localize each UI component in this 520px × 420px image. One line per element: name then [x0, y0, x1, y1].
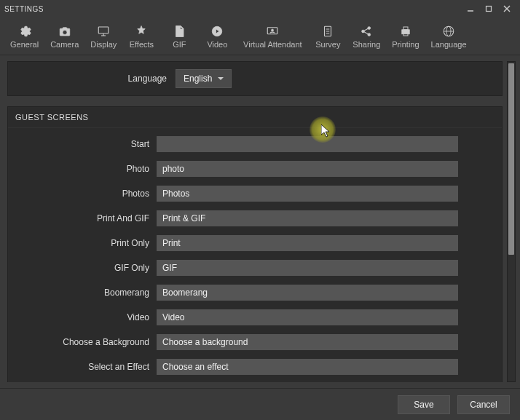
display-icon [96, 24, 111, 39]
tab-label: Sharing [352, 40, 380, 49]
form-row: Select an Effect [8, 357, 502, 377]
tab-general[interactable]: General [4, 17, 44, 55]
language-select[interactable]: English [176, 69, 232, 88]
tab-label: GIF [173, 40, 186, 49]
tab-label: Display [90, 40, 117, 49]
form-row: Print [8, 381, 502, 382]
tab-label: Survey [315, 40, 340, 49]
content-scroll: Language English GUEST SCREENS StartPhot… [7, 61, 503, 382]
tab-survey[interactable]: Survey [309, 17, 347, 55]
form-row: Print And GIF [8, 208, 502, 229]
form-row: Photos [8, 183, 502, 204]
svg-point-16 [368, 26, 371, 29]
tab-language[interactable]: Language [425, 17, 473, 55]
effects-icon [134, 24, 149, 39]
svg-point-10 [272, 29, 274, 31]
tab-printing[interactable]: Printing [386, 17, 425, 55]
field-label: Video [8, 312, 157, 322]
field-label: Boomerang [8, 288, 157, 298]
tab-sharing[interactable]: Sharing [347, 17, 386, 55]
svg-line-18 [364, 28, 368, 31]
minimize-button[interactable] [462, 2, 479, 15]
field-input[interactable] [157, 161, 458, 177]
guest-screens-header: GUEST SCREENS [8, 107, 502, 128]
svg-line-19 [364, 31, 368, 33]
sharing-icon [359, 24, 374, 39]
titlebar: SETTINGS [0, 0, 520, 17]
camera-icon [58, 24, 72, 39]
toolbar: General Camera Display Effects GIF Video [0, 17, 520, 55]
window-controls [462, 2, 516, 15]
gear-icon [17, 24, 32, 39]
cancel-button[interactable]: Cancel [457, 395, 510, 414]
tab-label: Effects [130, 40, 154, 49]
svg-rect-4 [99, 27, 109, 33]
tab-effects[interactable]: Effects [122, 17, 160, 55]
language-selected-value: English [184, 74, 212, 84]
svg-point-15 [362, 30, 365, 33]
maximize-icon [485, 5, 492, 12]
svg-point-17 [368, 33, 371, 36]
field-label: GIF Only [8, 263, 157, 273]
printing-icon [398, 24, 413, 39]
globe-icon [441, 24, 456, 39]
svg-rect-20 [402, 29, 410, 33]
tab-virtual-attendant[interactable]: Virtual Attendant [236, 17, 309, 55]
field-label: Select an Effect [8, 362, 157, 372]
tab-label: Camera [50, 40, 79, 49]
field-label: Photo [8, 164, 157, 174]
field-label: Start [8, 139, 157, 149]
tab-label: Printing [392, 40, 419, 49]
form-row: Video [8, 307, 502, 328]
gif-icon [172, 24, 186, 39]
tab-label: General [10, 40, 39, 49]
field-input[interactable] [157, 235, 458, 251]
scrollbar[interactable] [507, 61, 516, 382]
window-title: SETTINGS [4, 5, 44, 13]
scrollbar-thumb[interactable] [508, 63, 514, 255]
field-label: Photos [8, 189, 157, 199]
language-label: Language [8, 74, 176, 84]
guest-screens-panel: GUEST SCREENS StartPhotoPhotosPrint And … [7, 106, 503, 382]
close-button[interactable] [498, 2, 516, 15]
save-button[interactable]: Save [398, 395, 450, 414]
tab-display[interactable]: Display [84, 17, 122, 55]
close-icon [503, 5, 511, 12]
field-input[interactable] [157, 285, 458, 301]
form-row: Start [8, 134, 502, 154]
tab-label: Virtual Attendant [243, 40, 302, 49]
field-input[interactable] [157, 334, 458, 350]
form-row: Choose a Background [8, 332, 502, 352]
form-row: Photo [8, 159, 502, 179]
tab-label: Language [431, 40, 467, 49]
tab-video[interactable]: Video [198, 17, 236, 55]
field-input[interactable] [157, 210, 458, 226]
svg-rect-1 [486, 7, 492, 12]
form-row: GIF Only [8, 258, 502, 278]
video-icon [210, 24, 224, 39]
chevron-down-icon [218, 77, 224, 80]
form-row: Print Only [8, 233, 502, 253]
field-input[interactable] [157, 186, 458, 202]
footer: Save Cancel [0, 388, 520, 420]
form-row: Boomerang [8, 282, 502, 303]
field-input[interactable] [157, 309, 458, 325]
field-input[interactable] [157, 136, 458, 152]
field-label: Print Only [8, 238, 157, 248]
field-label: Choose a Background [8, 337, 157, 347]
survey-icon [320, 24, 335, 39]
tab-gif[interactable]: GIF [160, 17, 198, 55]
maximize-button[interactable] [480, 2, 497, 15]
tab-label: Video [207, 40, 227, 49]
language-panel: Language English [7, 61, 503, 96]
field-input[interactable] [157, 359, 458, 375]
svg-rect-21 [403, 27, 408, 30]
field-input[interactable] [157, 260, 458, 276]
field-label: Print And GIF [8, 213, 157, 223]
tab-camera[interactable]: Camera [44, 17, 84, 55]
minimize-icon [467, 5, 474, 12]
virtual-attendant-icon [265, 24, 280, 39]
